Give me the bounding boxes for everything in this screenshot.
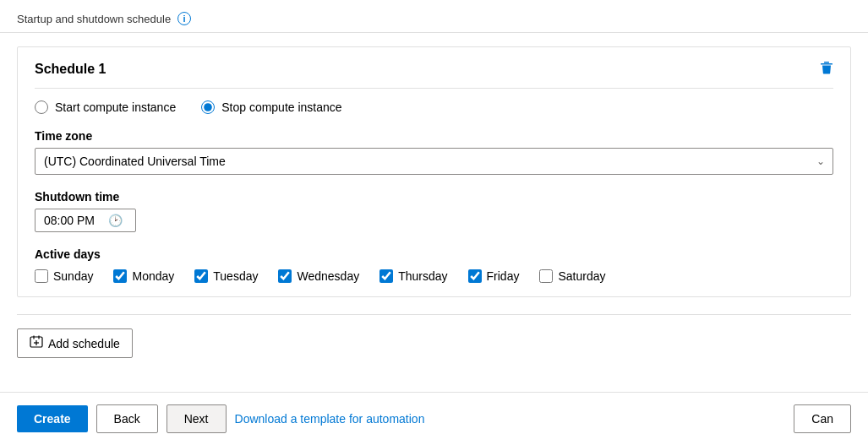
day-sunday[interactable]: Sunday <box>35 269 93 283</box>
next-button[interactable]: Next <box>167 404 227 433</box>
active-days-label: Active days <box>35 247 833 261</box>
time-input-wrapper: 🕑 <box>35 209 136 232</box>
active-days-section: Active days Sunday Monday Tuesday <box>35 247 833 283</box>
delete-icon[interactable] <box>820 61 833 78</box>
info-icon[interactable]: i <box>177 12 191 25</box>
radio-start-text: Start compute instance <box>55 100 176 114</box>
day-saturday[interactable]: Saturday <box>539 269 605 283</box>
radio-start[interactable] <box>35 100 48 114</box>
timezone-field: Time zone (UTC) Coordinated Universal Ti… <box>35 129 833 175</box>
checkbox-tuesday[interactable] <box>194 269 208 283</box>
page-title: Startup and shutdown schedule <box>17 13 171 25</box>
clock-icon[interactable]: 🕑 <box>108 214 123 227</box>
shutdown-time-field: Shutdown time 🕑 <box>35 190 833 232</box>
day-thursday[interactable]: Thursday <box>379 269 447 283</box>
shutdown-time-label: Shutdown time <box>35 190 833 204</box>
radio-stop-label[interactable]: Stop compute instance <box>201 100 341 114</box>
day-wednesday-label: Wednesday <box>297 269 359 283</box>
add-schedule-section: Add schedule <box>17 314 851 358</box>
timezone-select-wrapper: (UTC) Coordinated Universal Time(UTC-05:… <box>35 148 833 175</box>
add-schedule-button[interactable]: Add schedule <box>17 328 133 358</box>
checkbox-sunday[interactable] <box>35 269 48 283</box>
add-schedule-label: Add schedule <box>48 337 120 350</box>
day-tuesday-label: Tuesday <box>213 269 258 283</box>
day-thursday-label: Thursday <box>398 269 447 283</box>
checkbox-saturday[interactable] <box>539 269 553 283</box>
radio-stop[interactable] <box>201 100 215 114</box>
create-button[interactable]: Create <box>17 405 88 432</box>
day-sunday-label: Sunday <box>53 269 93 283</box>
svg-rect-0 <box>824 62 829 63</box>
checkbox-friday[interactable] <box>468 269 482 283</box>
template-button[interactable]: Download a template for automation <box>235 412 425 426</box>
day-monday[interactable]: Monday <box>113 269 174 283</box>
day-wednesday[interactable]: Wednesday <box>278 269 359 283</box>
schedule-card-header: Schedule 1 <box>35 61 833 89</box>
shutdown-time-input[interactable] <box>44 214 103 227</box>
day-monday-label: Monday <box>132 269 174 283</box>
checkbox-thursday[interactable] <box>379 269 393 283</box>
main-content: Schedule 1 Start compute instance Stop c… <box>0 33 868 392</box>
checkbox-monday[interactable] <box>113 269 127 283</box>
radio-start-label[interactable]: Start compute instance <box>35 100 176 114</box>
day-friday-label: Friday <box>487 269 520 283</box>
radio-stop-text: Stop compute instance <box>221 100 341 114</box>
checkbox-wednesday[interactable] <box>278 269 292 283</box>
day-friday[interactable]: Friday <box>468 269 520 283</box>
radio-group: Start compute instance Stop compute inst… <box>35 100 833 114</box>
add-schedule-icon <box>30 335 43 351</box>
svg-rect-1 <box>821 63 833 65</box>
footer: Create Back Next Download a template for… <box>0 392 868 445</box>
timezone-select[interactable]: (UTC) Coordinated Universal Time(UTC-05:… <box>35 148 833 175</box>
schedule-card: Schedule 1 Start compute instance Stop c… <box>17 46 851 297</box>
day-saturday-label: Saturday <box>558 269 605 283</box>
page-header: Startup and shutdown schedule i <box>0 0 868 33</box>
timezone-label: Time zone <box>35 129 833 143</box>
back-button[interactable]: Back <box>96 404 158 433</box>
days-grid: Sunday Monday Tuesday Wednesday <box>35 269 833 283</box>
day-tuesday[interactable]: Tuesday <box>194 269 258 283</box>
schedule-title: Schedule 1 <box>35 62 106 77</box>
cancel-button[interactable]: Can <box>794 404 851 433</box>
